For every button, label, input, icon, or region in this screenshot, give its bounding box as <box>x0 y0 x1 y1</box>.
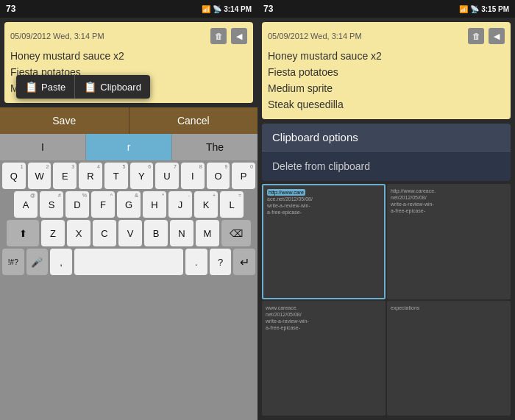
period-key[interactable]: . <box>185 249 207 275</box>
key-d[interactable]: D% <box>65 191 89 218</box>
right-signal-icon: 📡 <box>470 5 479 13</box>
right-note-line-2: Fiesta potatoes <box>268 65 505 80</box>
clip-cell-4[interactable]: expectations <box>387 301 511 416</box>
clip-cell-2[interactable]: http://www.careace.net/2012/05/08/write-… <box>387 184 511 299</box>
right-note-line-1: Honey mustard sauce x2 <box>268 49 505 64</box>
clipboard-options-title: Clipboard options <box>262 124 511 151</box>
right-note-date: 05/09/2012 Wed, 3:14 PM <box>268 32 362 40</box>
right-status-bar: 73 📶 📡 3:15 PM <box>258 0 515 18</box>
comma-key[interactable]: , <box>50 249 72 275</box>
keyboard: Q1 W2 E3 R4 T5 Y6 U7 I8 O9 P0 A@ S# D% F… <box>0 160 258 420</box>
suggestion-center[interactable]: r <box>86 134 172 160</box>
delete-from-clipboard-button[interactable]: Delete from clipboard <box>262 151 511 181</box>
key-row-1: Q1 W2 E3 R4 T5 Y6 U7 I8 O9 P0 <box>2 163 255 189</box>
key-i[interactable]: I8 <box>181 163 205 189</box>
clipboard-label: Clipboard <box>100 82 141 93</box>
key-g[interactable]: G& <box>117 191 141 218</box>
key-l[interactable]: L= <box>220 191 244 218</box>
right-status-icons: 📶 📡 3:15 PM <box>459 5 509 13</box>
right-note-line-4: Steak quesedilla <box>268 97 505 113</box>
right-phone-panel: 73 📶 📡 3:15 PM 05/09/2012 Wed, 3:14 PM 🗑… <box>258 0 515 420</box>
suggestion-left[interactable]: I <box>0 134 86 160</box>
key-y[interactable]: Y6 <box>130 163 154 189</box>
right-note-line-3: Medium sprite <box>268 81 505 96</box>
key-j[interactable]: J- <box>168 191 192 218</box>
key-row-2: A@ S# D% F^ G& H* J- K+ L= <box>2 191 255 218</box>
save-cancel-bar: Save Cancel <box>0 107 258 134</box>
key-s[interactable]: S# <box>40 191 63 218</box>
context-menu: 📋 Paste 📋 Clipboard <box>16 75 150 99</box>
space-key[interactable] <box>74 249 183 275</box>
note-action-buttons: 🗑 ◀ <box>210 28 247 44</box>
right-note-content: Honey mustard sauce x2 Fiesta potatoes M… <box>268 49 505 113</box>
key-b[interactable]: B <box>144 220 168 246</box>
note-line-1: Honey mustard sauce x2 <box>10 49 247 64</box>
clip-cell-2-text: http://www.careace.net/2012/05/08/write-… <box>391 188 507 214</box>
signal-icon: 📡 <box>213 5 221 13</box>
left-time: 3:14 PM <box>224 5 252 13</box>
key-w[interactable]: W2 <box>28 163 52 189</box>
right-note-action-buttons: 🗑 ◀ <box>468 28 505 44</box>
clipboard-menu-item[interactable]: 📋 Clipboard <box>75 75 150 99</box>
back-note-button[interactable]: ◀ <box>231 28 247 44</box>
left-phone-panel: 73 📶 📡 3:14 PM 05/09/2012 Wed, 3:14 PM 🗑… <box>0 0 258 420</box>
key-v[interactable]: V <box>118 220 142 246</box>
paste-icon: 📋 <box>25 81 38 93</box>
cancel-button[interactable]: Cancel <box>129 107 258 134</box>
mic-key[interactable]: 🎤 <box>26 249 49 275</box>
right-back-button[interactable]: ◀ <box>489 28 505 44</box>
right-note-header: 05/09/2012 Wed, 3:14 PM 🗑 ◀ <box>268 28 505 44</box>
key-z[interactable]: Z <box>41 220 65 246</box>
wifi-icon: 📶 <box>202 5 210 13</box>
note-date-left: 05/09/2012 Wed, 3:14 PM <box>10 32 104 40</box>
left-note-area: 05/09/2012 Wed, 3:14 PM 🗑 ◀ Honey mustar… <box>4 22 253 103</box>
key-q[interactable]: Q1 <box>2 163 26 189</box>
key-u[interactable]: U7 <box>155 163 179 189</box>
right-wifi-icon: 📶 <box>459 5 468 13</box>
key-k[interactable]: K+ <box>194 191 218 218</box>
right-delete-button[interactable]: 🗑 <box>468 28 484 44</box>
key-e[interactable]: E3 <box>53 163 77 189</box>
key-h[interactable]: H* <box>143 191 166 218</box>
enter-key[interactable]: ↵ <box>233 249 255 275</box>
paste-label: Paste <box>41 82 65 93</box>
key-m[interactable]: M <box>196 220 219 246</box>
key-row-4: !#? 🎤 , . ? ↵ <box>2 249 255 275</box>
backspace-key[interactable]: ⌫ <box>221 220 251 246</box>
key-p[interactable]: P0 <box>232 163 255 189</box>
clipboard-options-panel: Clipboard options Delete from clipboard <box>262 124 511 181</box>
key-row-3: ⬆ Z X C V B N M ⌫ <box>2 220 255 246</box>
clipboard-icon: 📋 <box>84 81 96 93</box>
key-t[interactable]: T5 <box>104 163 128 189</box>
key-f[interactable]: F^ <box>91 191 115 218</box>
key-a[interactable]: A@ <box>14 191 38 218</box>
left-battery-level: 73 <box>6 4 15 14</box>
question-key[interactable]: ? <box>210 249 232 275</box>
key-x[interactable]: X <box>67 220 90 246</box>
key-r[interactable]: R4 <box>79 163 102 189</box>
clip-cell-4-text: expectations <box>391 305 507 311</box>
clip-cell-1[interactable]: http://www.careace.net/2012/05/08/write-… <box>262 184 386 299</box>
right-battery-level: 73 <box>263 4 273 14</box>
clip-cell-3-text: www.careace.net/2012/05/08/write-a-revie… <box>266 305 382 331</box>
right-time: 3:15 PM <box>481 5 509 13</box>
delete-note-button[interactable]: 🗑 <box>210 28 227 44</box>
paste-menu-item[interactable]: 📋 Paste <box>16 75 75 99</box>
left-status-icons: 📶 📡 3:14 PM <box>202 5 252 13</box>
clip-cell-1-text: http://www.careace.net/2012/05/08/write-… <box>267 189 380 216</box>
left-status-bar: 73 📶 📡 3:14 PM <box>0 0 258 18</box>
num-switch-key[interactable]: !#? <box>2 249 24 275</box>
right-note-area: 05/09/2012 Wed, 3:14 PM 🗑 ◀ Honey mustar… <box>262 22 511 119</box>
key-c[interactable]: C <box>93 220 116 246</box>
clip-cell-3[interactable]: www.careace.net/2012/05/08/write-a-revie… <box>262 301 386 416</box>
suggestion-right[interactable]: The <box>172 134 258 160</box>
key-o[interactable]: O9 <box>207 163 230 189</box>
note-header: 05/09/2012 Wed, 3:14 PM 🗑 ◀ <box>10 28 247 44</box>
shift-key[interactable]: ⬆ <box>7 220 39 246</box>
key-n[interactable]: N <box>170 220 193 246</box>
suggestion-row: I r The <box>0 134 258 160</box>
clipboard-grid: http://www.careace.net/2012/05/08/write-… <box>262 184 511 416</box>
save-button[interactable]: Save <box>0 107 129 134</box>
